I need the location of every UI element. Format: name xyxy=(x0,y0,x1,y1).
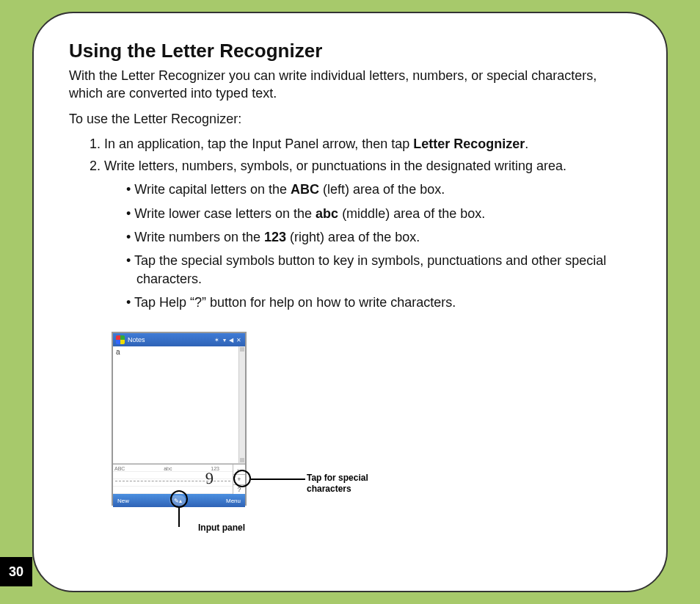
step-1-post: . xyxy=(525,137,528,151)
b3-pre: Write numbers on the xyxy=(134,230,264,244)
step-2-text: Write letters, numbers, symbols, or punc… xyxy=(104,159,566,173)
start-icon xyxy=(116,335,125,344)
callout-label-symbols-l1: Tap for special xyxy=(307,473,368,483)
scrollbar xyxy=(238,346,245,463)
zone-abc-lower: abc xyxy=(164,466,172,471)
b2-post: (middle) area of the box. xyxy=(338,206,485,221)
b1-bold: ABC xyxy=(291,182,319,197)
bullet-help: Tap Help “?” button for help on how to w… xyxy=(126,294,631,311)
bullet-abc-upper: Write capital letters on the ABC (left) … xyxy=(126,181,631,198)
device-titlebar: Notes ✶ ▾ ◀ ✕ xyxy=(113,333,245,346)
page-title: Using the Letter Recognizer xyxy=(69,40,631,62)
zone-abc-upper: ABC xyxy=(114,466,125,471)
device-app-title: Notes xyxy=(128,336,211,343)
lead-in-text: To use the Letter Recognizer: xyxy=(69,110,631,128)
b2-bold: abc xyxy=(316,206,338,221)
b3-bold: 123 xyxy=(264,230,286,244)
typed-char: a xyxy=(116,348,120,356)
bullet-symbols: Tap the special symbols button to key in… xyxy=(126,252,631,288)
b1-post: (left) area of the box. xyxy=(319,182,445,197)
bullet-abc-lower: Write lower case letters on the abc (mid… xyxy=(126,205,631,222)
b1-pre: Write capital letters on the xyxy=(134,182,291,197)
callout-label-symbols-l2: characters xyxy=(307,484,368,494)
step-1-pre: In an application, tap the Input Panel a… xyxy=(104,137,413,151)
bullet-123: Write numbers on the 123 (right) area of… xyxy=(126,228,631,246)
callout-circle-symbols xyxy=(233,470,251,487)
callout-line-symbols xyxy=(251,479,305,480)
writing-box: ABC abc 123 9 xyxy=(113,465,233,494)
callout-label-input-panel: Input panel xyxy=(198,523,245,533)
input-panel-area: ABC abc 123 9 ← + ? xyxy=(113,464,245,494)
b2-pre: Write lower case letters on the xyxy=(134,206,316,221)
callout-label-symbols: Tap for special characters xyxy=(307,473,368,494)
step-1: In an application, tap the Input Panel a… xyxy=(104,135,631,153)
b3-post: (right) area of the box. xyxy=(286,230,420,244)
step-2: Write letters, numbers, symbols, or punc… xyxy=(104,157,631,311)
softkey-right: Menu xyxy=(226,498,241,504)
handwriting-glyph: 9 xyxy=(205,469,214,489)
intro-text: With the Letter Recognizer you can write… xyxy=(69,67,631,103)
callout-line-input-panel xyxy=(178,508,180,527)
device-status-icons: ✶ ▾ ◀ ✕ xyxy=(214,337,242,343)
softkey-left: New xyxy=(117,498,129,504)
figure: Notes ✶ ▾ ◀ ✕ a ABC abc 123 xyxy=(112,332,420,545)
page-number: 30 xyxy=(0,557,32,586)
device-frame: Notes ✶ ▾ ◀ ✕ a ABC abc 123 xyxy=(112,332,247,506)
step-1-bold: Letter Recognizer xyxy=(413,137,525,151)
device-content: a xyxy=(113,346,245,464)
page-card: Using the Letter Recognizer With the Let… xyxy=(32,12,668,592)
